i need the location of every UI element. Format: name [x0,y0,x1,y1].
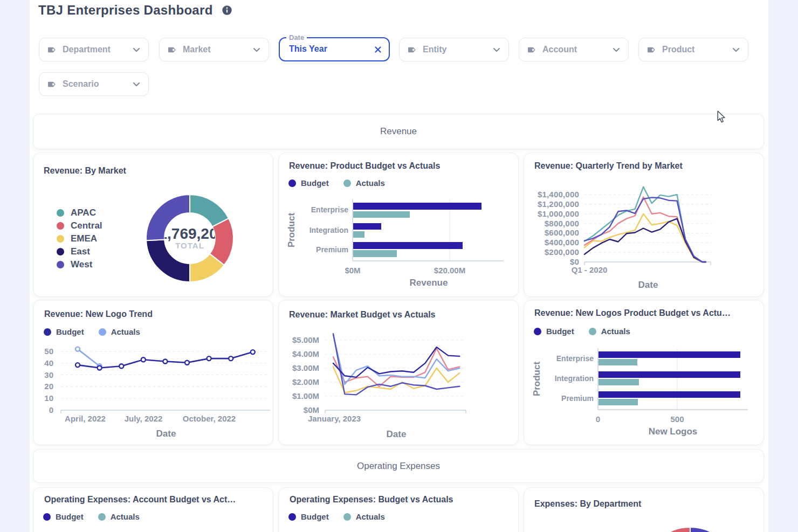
svg-text:October, 2022: October, 2022 [183,414,236,423]
svg-text:April, 2022: April, 2022 [65,414,106,423]
svg-text:Integration: Integration [309,226,348,234]
svg-text:$3.00M: $3.00M [292,363,319,372]
svg-text:0: 0 [49,405,53,414]
svg-text:July, 2022: July, 2022 [125,414,163,423]
svg-text:$5.00M: $5.00M [292,335,319,344]
svg-text:10: 10 [44,393,53,403]
svg-text:Q1 - 2020: Q1 - 2020 [572,265,608,274]
svg-text:500: 500 [670,414,684,424]
svg-text:Product: Product [532,362,542,397]
svg-text:$400,000: $400,000 [545,238,579,247]
svg-text:Date: Date [156,429,176,439]
svg-text:New Logos: New Logos [649,426,698,437]
svg-text:$1,200,000: $1,200,000 [538,199,579,209]
svg-text:$20.00M: $20.00M [434,266,465,275]
svg-text:Product: Product [286,213,297,248]
svg-text:Enterprise: Enterprise [311,205,348,214]
svg-text:January, 2023: January, 2023 [308,414,361,423]
svg-text:$4.00M: $4.00M [292,349,319,358]
svg-text:50: 50 [44,347,53,356]
svg-text:Premium: Premium [316,245,348,254]
svg-text:$1,000,000: $1,000,000 [538,209,579,218]
svg-text:40: 40 [44,358,53,368]
svg-text:0: 0 [596,414,600,424]
svg-text:20: 20 [44,382,53,391]
svg-text:Date: Date [638,280,658,290]
svg-text:Revenue: Revenue [410,278,448,288]
svg-text:30: 30 [44,370,53,379]
svg-text:$1.00M: $1.00M [292,391,319,400]
svg-text:Premium: Premium [561,394,594,403]
svg-text:$2.00M: $2.00M [292,377,319,386]
svg-text:Integration: Integration [555,374,594,383]
svg-text:$600,000: $600,000 [545,228,579,237]
svg-text:Enterprise: Enterprise [556,354,594,363]
svg-text:$200,000: $200,000 [545,247,579,257]
svg-text:$0M: $0M [345,266,360,275]
svg-text:TOTAL: TOTAL [175,241,204,250]
svg-text:$0M: $0M [304,405,319,414]
svg-text:$1,400,000: $1,400,000 [538,190,579,199]
svg-text:Date: Date [387,429,407,439]
svg-text:$800,000: $800,000 [545,219,579,228]
